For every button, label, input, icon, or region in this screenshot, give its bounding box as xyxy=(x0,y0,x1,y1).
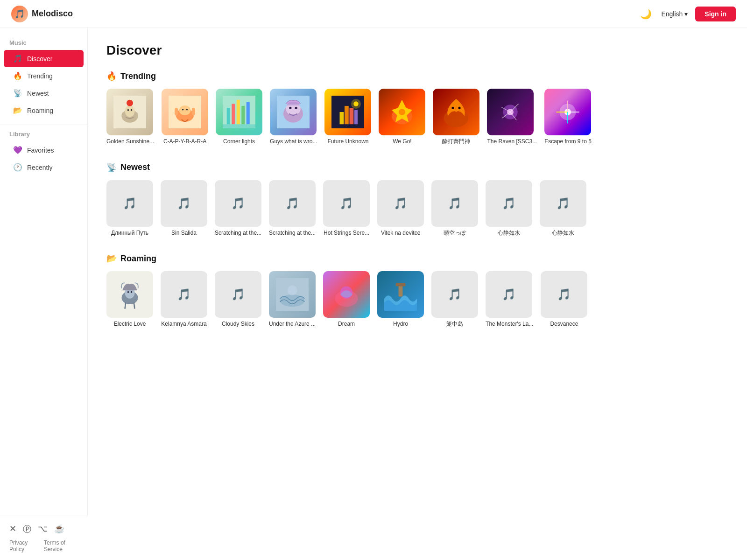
newest-section-icon: 📡 xyxy=(106,162,117,173)
card-thumbnail xyxy=(377,271,424,318)
list-item[interactable]: 酔打薺門神 xyxy=(433,89,479,146)
newest-header: 📡 Newest xyxy=(106,162,728,173)
card-label: 頭空っぽ xyxy=(431,230,478,237)
sidebar-item-newest[interactable]: 📡 Newest xyxy=(4,84,84,102)
card-thumbnail xyxy=(433,89,479,135)
newest-section: 📡 Newest 🎵 Длинный Путь 🎵 Sin Salida 🎵 S… xyxy=(106,162,728,237)
card-thumbnail: 🎵 xyxy=(269,180,316,227)
svg-point-2 xyxy=(125,105,135,117)
dark-mode-button[interactable]: 🌙 xyxy=(638,7,654,21)
folder-icon: 📂 xyxy=(13,106,22,115)
library-section-label: Library xyxy=(0,131,87,141)
list-item[interactable]: 🎵 Scratching at the... xyxy=(269,180,316,237)
coffee-icon[interactable]: ☕ xyxy=(54,524,64,535)
patreon-icon[interactable]: Ⓟ xyxy=(23,524,31,535)
list-item[interactable]: Golden Sunshine... xyxy=(106,89,154,146)
list-item[interactable]: Electric Love xyxy=(106,271,153,328)
sidebar-item-trending[interactable]: 🔥 Trending xyxy=(4,67,84,84)
list-item[interactable]: 🎵 Sin Salida xyxy=(161,180,207,237)
sidebar-item-trending-label: Trending xyxy=(27,72,53,80)
github-icon[interactable]: ⌥ xyxy=(38,524,48,535)
card-label: Scratching at the... xyxy=(269,230,316,237)
svg-rect-14 xyxy=(192,108,195,115)
sidebar-item-roaming[interactable]: 📂 Roaming xyxy=(4,102,84,119)
trending-section-label: Trending xyxy=(120,71,156,81)
svg-point-25 xyxy=(289,107,291,109)
trending-section-icon: 🔥 xyxy=(106,71,117,81)
svg-point-5 xyxy=(122,112,126,119)
list-item[interactable]: 🎵 Cloudy Skies xyxy=(215,271,261,328)
card-label: Corner lights xyxy=(216,138,262,146)
card-label: 酔打薺門神 xyxy=(433,138,479,146)
card-thumbnail xyxy=(106,89,153,135)
newest-section-label: Newest xyxy=(120,162,150,172)
list-item[interactable]: 🎵 頭空っぽ xyxy=(431,180,478,237)
svg-rect-29 xyxy=(345,106,349,124)
card-label: 笼中岛 xyxy=(431,321,478,328)
list-item[interactable]: The Raven [SSC3... xyxy=(487,89,537,146)
list-item[interactable]: 🎵 Длинный Путь xyxy=(106,180,153,237)
list-item[interactable]: Corner lights xyxy=(216,89,262,146)
sidebar-item-discover[interactable]: 🎵 Discover xyxy=(4,50,84,67)
svg-point-51 xyxy=(127,291,129,293)
list-item[interactable]: 🎵 心静如水 xyxy=(486,180,532,237)
footer-icons: ✕ Ⓟ ⌥ ☕ xyxy=(9,524,78,535)
sign-in-button[interactable]: Sign in xyxy=(695,7,736,21)
list-item[interactable]: We Go! xyxy=(379,89,425,146)
logo-icon: 🎵 xyxy=(11,6,28,22)
list-item[interactable]: Dream xyxy=(323,271,370,328)
svg-point-38 xyxy=(458,107,461,109)
footer-links: Privacy Policy Terms of Service xyxy=(9,539,78,553)
svg-rect-13 xyxy=(175,108,178,115)
terms-of-service-link[interactable]: Terms of Service xyxy=(44,539,78,553)
card-thumbnail: 🎵 xyxy=(215,271,261,318)
card-label: C-A-P-Y-B-A-R-A xyxy=(162,138,208,146)
twitter-icon[interactable]: ✕ xyxy=(9,524,16,535)
list-item[interactable]: 🎵 The Monster's La... xyxy=(486,271,533,328)
card-label: Hydro xyxy=(377,321,424,328)
list-item[interactable]: 🎵 Kelamnya Asmara xyxy=(161,271,207,328)
privacy-policy-link[interactable]: Privacy Policy xyxy=(9,539,38,553)
list-item[interactable]: 🎵 Vitek na devitce xyxy=(377,180,424,237)
list-item[interactable]: Guys what is wro... xyxy=(270,89,317,146)
main-content: Discover 🔥 Trending Golden Sunshine... xyxy=(88,28,747,560)
trending-section: 🔥 Trending Golden Sunshine... C-A-P-Y-B-… xyxy=(106,71,728,146)
language-selector[interactable]: English ▾ xyxy=(661,10,688,18)
logo[interactable]: 🎵 Melodisco xyxy=(11,6,73,22)
card-thumbnail xyxy=(324,89,371,135)
card-label: Golden Sunshine... xyxy=(106,138,154,146)
svg-rect-31 xyxy=(354,110,358,125)
sidebar-item-recently[interactable]: 🕐 Recently xyxy=(4,159,84,176)
logo-text: Melodisco xyxy=(32,9,73,19)
card-label: Desvanece xyxy=(541,321,587,328)
card-label: Vitek na devitce xyxy=(377,230,424,237)
sidebar-item-roaming-label: Roaming xyxy=(27,107,53,114)
list-item[interactable]: 🎵 Desvanece xyxy=(541,271,587,328)
sidebar-item-newest-label: Newest xyxy=(27,90,49,97)
list-item[interactable]: Future Unknown xyxy=(324,89,371,146)
list-item[interactable]: 🎵 笼中岛 xyxy=(431,271,478,328)
roaming-section-icon: 📂 xyxy=(106,253,117,264)
card-thumbnail: 🎵 xyxy=(323,180,370,227)
card-thumbnail: 🎵 xyxy=(106,180,153,227)
sidebar-divider xyxy=(0,125,87,125)
list-item[interactable]: 🎵 心静如水 xyxy=(540,180,586,237)
list-item[interactable]: Under the Azure ... xyxy=(269,271,316,328)
card-thumbnail: 🎵 xyxy=(486,180,532,227)
svg-rect-16 xyxy=(227,108,230,124)
list-item[interactable]: C-A-P-Y-B-A-R-A xyxy=(162,89,208,146)
svg-point-26 xyxy=(295,107,297,109)
roaming-section: 📂 Roaming Electric Love 🎵 Kelamnya Asmar… xyxy=(106,253,728,328)
svg-point-11 xyxy=(182,109,184,111)
trending-grid: Golden Sunshine... C-A-P-Y-B-A-R-A Corne… xyxy=(106,89,728,146)
list-item[interactable]: 🎵 Scratching at the... xyxy=(215,180,261,237)
sidebar-item-favorites[interactable]: 💜 Favorites xyxy=(4,141,84,159)
list-item[interactable]: Hydro xyxy=(377,271,424,328)
card-label: Hot Strings Sere... xyxy=(323,230,370,237)
list-item[interactable]: 🎵 Hot Strings Sere... xyxy=(323,180,370,237)
sidebar-item-recently-label: Recently xyxy=(27,164,52,171)
list-item[interactable]: Escape from 9 to 5 xyxy=(544,89,592,146)
roaming-section-label: Roaming xyxy=(120,254,156,264)
svg-point-7 xyxy=(127,100,133,106)
svg-point-57 xyxy=(288,286,297,295)
